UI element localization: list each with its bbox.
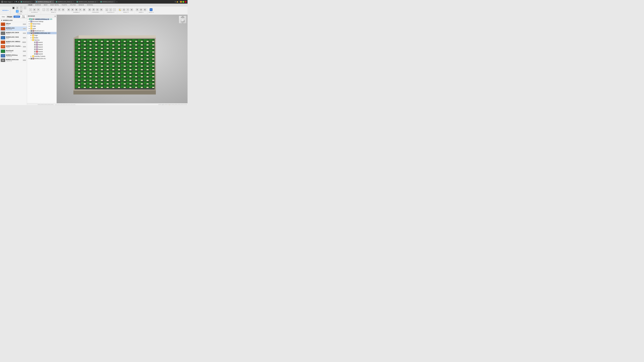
search-icon[interactable]: 🔍 <box>16 1 18 3</box>
tree-bodies[interactable]: ▶ 📁 Bodies <box>27 36 56 39</box>
render-mode-btn[interactable]: ◉ <box>184 104 187 105</box>
sidebar-item-stripholder[interactable]: WORDCLOCK_StripHolder 7/30/23 V2 ▾ <box>0 44 27 49</box>
tree-sketch3[interactable]: 👁 S Sketch3 <box>27 46 56 48</box>
playback-prev-btn[interactable]: ◀ <box>41 104 44 105</box>
sidebar-item-diffuser[interactable]: Diffuser 8/9/23 V1 ▾ <box>0 22 27 26</box>
tab-close-icon[interactable]: ✕ <box>113 1 114 2</box>
settings-icon[interactable]: ⚙ <box>175 1 176 3</box>
bell-icon[interactable]: 🔔 <box>176 1 178 3</box>
tree-sketch1[interactable]: 👁 S Sketch1 <box>27 41 56 43</box>
sidebar-item-wordclock-middle[interactable]: WORDCLOCK_MIDDLE 3/28/24 V10 ▾ <box>0 40 27 44</box>
tab-plastic[interactable]: PLASTIC <box>60 4 68 6</box>
insert-1-btn[interactable]: ⬆ <box>135 8 139 11</box>
design-dropdown[interactable]: DESIGN ▾ <box>1 9 10 12</box>
sidebar-tab-data[interactable]: Data <box>1 15 6 18</box>
playback-pause-btn[interactable]: ⏸ <box>44 104 47 105</box>
orbit-btn[interactable]: ↺ <box>171 104 174 105</box>
tab-wordclock-v5[interactable]: WORDCLOCK v5 ✕ <box>99 0 116 3</box>
create-loft-btn[interactable]: ⟡ <box>23 6 27 9</box>
timeline-mark-5[interactable]: ⊕ <box>65 104 68 105</box>
tree-origin-child[interactable]: ▶ 📁 Origin <box>27 34 56 36</box>
assemble-joint-btn[interactable]: ⊗ <box>67 8 70 11</box>
configure-4-btn[interactable]: ⚙ <box>100 8 103 11</box>
insert-2-btn[interactable]: ⊕ <box>139 8 143 11</box>
user-dropdown-icon[interactable]: ▾ <box>12 1 12 2</box>
sidebar-item-wordclockassy[interactable]: WORDCLOCKAssy 7:09:49 PM V6 ▾ <box>0 53 27 58</box>
display-settings-btn[interactable]: ⚙ <box>181 104 184 105</box>
tab-close-icon[interactable]: ✕ <box>52 1 53 2</box>
tree-sketch4[interactable]: 👁 S Sketch4 <box>27 48 56 50</box>
sidebar-item-wordclock-face[interactable]: WORDCLOCK_FACE 8/9/23 V1 ▾ <box>0 35 27 40</box>
create-sketch-btn[interactable]: S <box>16 10 19 13</box>
select-btn[interactable]: ↖ <box>149 8 153 11</box>
tab-close-icon[interactable]: ✕ <box>96 1 98 2</box>
tree-sketch6[interactable]: 👁 S Sketch6 <box>27 53 56 55</box>
timeline-mark-6[interactable]: ▷ <box>68 104 70 105</box>
tab-utilities[interactable]: UTILITIES <box>68 4 77 6</box>
tree-root[interactable]: ▼ ◼ ⚙ ↗ WORDCLOCKAssy v6 📄 <box>27 18 56 20</box>
grid-icon[interactable]: ⊞ <box>18 1 19 3</box>
sidebar-tab-people[interactable]: People <box>6 15 13 18</box>
user-area[interactable]: Aiden Vigue ▾ <box>1 1 12 3</box>
assemble-3-btn[interactable]: ⊞ <box>74 8 78 11</box>
tree-doc-settings[interactable]: ▶ ⚙ Document Settings <box>27 20 56 23</box>
help-icon[interactable]: ? <box>179 1 180 2</box>
tab-wordclockassy-v6[interactable]: WORDCLOCKAssy v6* ✕ <box>35 0 54 3</box>
orientation-cube[interactable]: TOP FRONT <box>179 16 186 23</box>
configure-1-btn[interactable]: ⊟ <box>88 8 92 11</box>
reload-icon[interactable]: ↺ <box>14 1 15 3</box>
inspect-section-btn[interactable]: ◎ <box>122 8 126 11</box>
tab-wordclock-stripholder[interactable]: WORDCLOCK_StripHolder v2 ✕ <box>75 0 99 3</box>
playback-play-btn[interactable]: ▶ <box>48 104 50 105</box>
inspect-more-btn[interactable]: ⊕ <box>130 8 134 11</box>
playback-end-btn[interactable]: ⏭ <box>50 104 54 105</box>
tree-wordclockcenter-v22[interactable]: ▼ ☁ ↗ WORDCLOCKCenter v2:2 <box>27 32 56 34</box>
assemble-2-btn[interactable]: ⊕ <box>71 8 74 11</box>
automate-2-btn[interactable]: ⊛ <box>32 8 36 11</box>
tab-shrivel[interactable]: SHXRIVEL <box>86 4 94 6</box>
zoom-fit-btn[interactable]: ⊕ <box>165 104 168 105</box>
tree-named-views[interactable]: ▶ 📁 Named Views <box>27 23 56 25</box>
assemble-5-btn[interactable]: ⊠ <box>82 8 86 11</box>
tree-joints[interactable]: ▶ 📁 Joints <box>27 27 56 30</box>
inspect-zebra-btn[interactable]: ≡ <box>126 8 130 11</box>
viewport-canvas[interactable]: TOP FRONT <box>57 15 188 103</box>
create-sweep-btn[interactable]: ⌒ <box>19 6 23 9</box>
close-button[interactable] <box>185 1 186 3</box>
create-extrude-btn[interactable]: ⬛ <box>12 6 15 9</box>
configure-2-btn[interactable]: ☰ <box>92 8 95 11</box>
modify-fillet-btn[interactable]: ◜ <box>46 8 50 11</box>
tree-assembly-contexts[interactable]: ▶ 📁 Assembly Contexts <box>27 55 56 57</box>
tree-sketch2[interactable]: 👁 S Sketch2 <box>27 43 56 46</box>
insert-3-btn[interactable]: ⊗ <box>143 8 147 11</box>
view-persp-btn[interactable]: ⬡ <box>178 104 180 105</box>
pan-btn[interactable]: ✋ <box>168 104 171 105</box>
tree-wordclock2-v21[interactable]: ▶ ☁ ↗ WordClock2 v2:1 <box>27 30 56 32</box>
tab-close-icon[interactable]: ✕ <box>73 1 74 2</box>
tab-sheet-metal[interactable]: SHEET METAL <box>49 4 60 6</box>
minimize-button[interactable] <box>180 1 182 3</box>
comments-expand-icon[interactable]: ⊕ <box>36 105 37 105</box>
zoom-btn[interactable]: 🔍 <box>162 104 164 105</box>
section-expand-icon[interactable]: ▼ <box>1 19 2 21</box>
upload-button[interactable]: Upload <box>14 15 20 18</box>
automate-3-btn[interactable]: ✦ <box>36 8 40 11</box>
view-front-btn[interactable]: ◻ <box>174 104 177 105</box>
new-tab-icon[interactable]: + <box>116 1 118 3</box>
timeline-mark-4[interactable]: ⊟ <box>63 104 65 105</box>
inspect-measure-btn[interactable]: 📐 <box>118 8 122 11</box>
configure-3-btn[interactable]: ⊡ <box>96 8 99 11</box>
assemble-4-btn[interactable]: ✦ <box>78 8 82 11</box>
timeline-mark-3[interactable]: ↪ <box>60 104 62 105</box>
sidebar-item-wordclockcenter[interactable]: WORDCLOCKCenter 7:09:49 PM V2 ▾ <box>0 58 27 62</box>
modify-shell-btn[interactable]: ◻ <box>54 8 57 11</box>
modify-more-btn[interactable]: ⊕ <box>61 8 65 11</box>
construct-point-btn[interactable]: · <box>113 8 116 11</box>
playback-start-btn[interactable]: ⏮ <box>38 104 40 105</box>
tree-origin[interactable]: ▶ 📁 Origin <box>27 25 56 27</box>
sidebar-item-wordclock-back[interactable]: WORDCLOCK_BACK 7/30/23 V1 ▾ <box>0 31 27 35</box>
construct-axis-btn[interactable]: | <box>109 8 112 11</box>
construct-plane-btn[interactable]: △ <box>105 8 108 11</box>
timeline-mark-1[interactable]: ⊞ <box>55 104 57 105</box>
modify-press-btn[interactable]: ⬜ <box>42 8 46 11</box>
